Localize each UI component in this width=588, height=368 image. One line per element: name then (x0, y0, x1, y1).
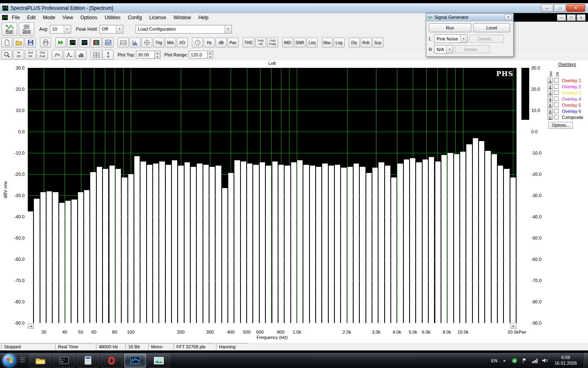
menu-item-window[interactable]: Window (170, 14, 195, 22)
pwr-button[interactable]: Pwr (227, 38, 238, 47)
leq-button[interactable]: Leq (307, 38, 318, 47)
zoom-button[interactable] (1, 50, 12, 60)
menu-item-config[interactable]: Config (124, 14, 146, 22)
overlay-set-button-3[interactable]: 3 (548, 90, 553, 95)
stop-button[interactable]: Stop (19, 22, 34, 36)
minimize-button[interactable]: – (541, 4, 553, 12)
show-desktop-button[interactable] (583, 353, 588, 368)
thd-n-button[interactable]: THD +N (255, 38, 266, 47)
tray-action-center-icon[interactable] (511, 357, 518, 364)
overlay-set-button-4[interactable]: 4 (548, 96, 553, 101)
close-button[interactable]: × (566, 4, 585, 12)
overlay-set-button-c[interactable]: C (548, 114, 553, 120)
spectrum-plot[interactable]: PHS (28, 68, 517, 323)
log-button[interactable]: Log (334, 38, 345, 47)
valley-curve-button[interactable] (64, 50, 75, 60)
io-button[interactable]: I/O (177, 38, 188, 47)
menu-item-view[interactable]: View (59, 14, 77, 22)
zoom-out-2x-button[interactable]: Out 2X (25, 50, 36, 60)
taskbar-image-viewer-button[interactable] (148, 354, 170, 368)
overlay-on-checkbox-3[interactable] (554, 90, 559, 95)
thd-freq-button[interactable]: THD Freq (267, 38, 278, 47)
menu-item-file[interactable]: File (8, 14, 23, 22)
open-file-button[interactable] (13, 38, 24, 47)
start-button[interactable] (2, 354, 16, 368)
overlay-on-checkbox-2[interactable] (554, 84, 559, 89)
waveform-view-button[interactable] (79, 38, 90, 47)
tray-flag-icon[interactable] (521, 357, 528, 364)
plot-top-spinner[interactable]: ▲▼ (155, 51, 160, 58)
new-file-button[interactable] (1, 38, 12, 47)
taskbar-explorer-button[interactable] (29, 354, 51, 368)
spectrum-view-button[interactable] (67, 38, 78, 47)
save-file-button[interactable] (25, 38, 36, 47)
overlay-set-button-5[interactable]: 5 (548, 102, 553, 108)
spin-up-icon[interactable]: ▲ (155, 51, 160, 55)
print-button[interactable] (40, 38, 51, 47)
reverb-button[interactable]: Rvb (361, 38, 372, 47)
trigger-button[interactable]: Trig (153, 38, 164, 47)
thd-button[interactable]: THD (243, 38, 254, 47)
taskbar-cmd-button[interactable]: C:\ (53, 354, 75, 368)
load-configuration-select[interactable]: Load Configuration ▼ (136, 25, 232, 34)
macro-button[interactable]: Mac (322, 38, 333, 47)
overlay-on-checkbox-1[interactable] (554, 78, 559, 83)
child-minimize-button[interactable]: – (557, 14, 566, 21)
tray-volume-icon[interactable] (542, 357, 548, 364)
scroll-left-button[interactable]: ◄ (28, 323, 34, 329)
surface-view-button[interactable] (102, 38, 114, 47)
generator-run-button[interactable]: Run (429, 23, 471, 32)
taskbar-grid-icon[interactable] (20, 356, 25, 365)
spectrogram-view-button[interactable] (91, 38, 102, 47)
overlay-set-button-6[interactable]: 6 (548, 108, 553, 114)
overlay-on-checkbox-c[interactable] (554, 115, 559, 119)
overlay-on-checkbox-4[interactable] (554, 96, 559, 101)
tray-network-icon[interactable] (532, 357, 538, 364)
hz-button[interactable]: Hz (204, 38, 215, 47)
plot-range-input[interactable]: 120.0 (189, 51, 207, 58)
digital-display-button[interactable] (118, 38, 129, 47)
snr-button[interactable]: SNR (294, 38, 306, 47)
menu-item-edit[interactable]: Edit (23, 14, 39, 22)
spin-up-icon[interactable]: ▲ (207, 51, 213, 55)
delay-button[interactable]: Dly (349, 38, 360, 47)
db-button[interactable]: dB (216, 38, 227, 47)
zoom-in-2x-button[interactable]: In 2X (13, 50, 24, 60)
overlay-on-checkbox-6[interactable] (554, 109, 559, 113)
overlay-set-button-2[interactable]: 2 (548, 84, 553, 89)
menu-item-mode[interactable]: Mode (39, 14, 59, 22)
overlay-options-button[interactable]: Options... (548, 122, 573, 129)
peak-curve-button[interactable] (52, 50, 63, 60)
maximize-button[interactable]: □ (554, 4, 566, 12)
bar-graph-button[interactable] (129, 38, 140, 47)
peak-hold-select[interactable]: Off ▼ (100, 25, 123, 34)
right-signal-select[interactable]: N/A ▼ (434, 45, 453, 54)
vertical-scale-button[interactable] (102, 50, 114, 60)
signal-generator-titlebar[interactable]: Signal Generator × (426, 13, 513, 21)
plot-top-input[interactable]: 30.00 (136, 51, 155, 58)
data-readout-button[interactable] (91, 50, 102, 60)
histogram-button[interactable] (76, 50, 87, 60)
spin-down-icon[interactable]: ▼ (207, 55, 213, 58)
menu-item-utilities[interactable]: Utilities (101, 14, 124, 22)
play-forward-button[interactable] (55, 38, 66, 47)
menu-item-options[interactable]: Options (77, 14, 101, 22)
clock[interactable]: 6:59 16.01.2026 (555, 355, 577, 366)
language-indicator[interactable]: EN (491, 358, 497, 363)
tray-hidden-icons-icon[interactable]: ▲ (501, 357, 508, 364)
scroll-right-button[interactable]: ► (510, 323, 517, 329)
child-restore-button[interactable]: □ (567, 14, 576, 21)
run-button[interactable]: Run (2, 22, 17, 36)
phase-display-button[interactable] (141, 38, 152, 47)
taskbar-spectraplus-button[interactable] (124, 354, 146, 368)
marker-button[interactable]: Mrk (165, 38, 176, 47)
generator-level-button[interactable]: Level (473, 23, 510, 32)
zoom-out-full-button[interactable]: Out Full (37, 50, 48, 60)
taskbar-opera-button[interactable] (100, 354, 122, 368)
child-close-button[interactable]: × (577, 14, 586, 21)
avg-select[interactable]: 10 ▼ (50, 25, 71, 34)
signal-generator-close-button[interactable]: × (505, 14, 512, 20)
spin-down-icon[interactable]: ▼ (155, 55, 160, 58)
overlay-set-button-1[interactable]: 1 (548, 78, 553, 83)
timer-button[interactable] (192, 38, 203, 47)
